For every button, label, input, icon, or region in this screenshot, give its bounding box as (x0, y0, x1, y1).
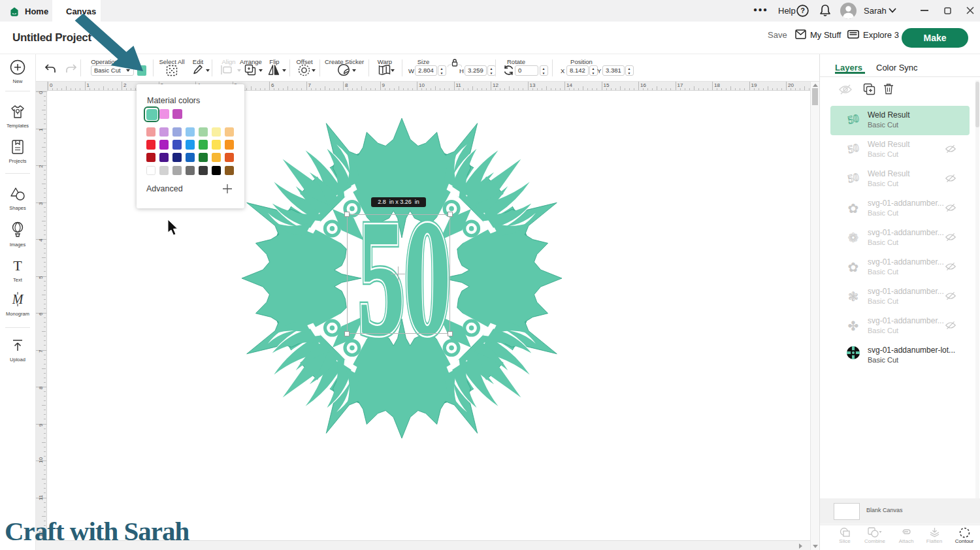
svg-text:?: ? (800, 7, 805, 14)
svg-text:50: 50 (847, 141, 860, 155)
svg-text:50: 50 (847, 112, 860, 126)
svg-text:50: 50 (847, 170, 860, 185)
svg-text:T: T (13, 258, 22, 274)
